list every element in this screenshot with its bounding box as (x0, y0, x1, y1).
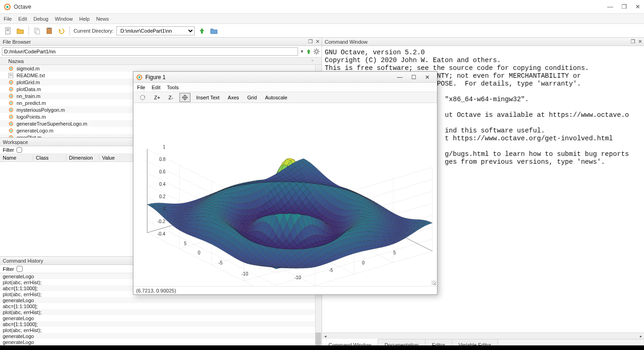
menu-debug[interactable]: Debug (34, 16, 48, 22)
figure-menu-file[interactable]: File (137, 85, 145, 90)
window-maximize-button[interactable]: ❐ (621, 3, 627, 10)
column-sort-icon[interactable]: ^ (311, 59, 313, 63)
new-script-button[interactable] (4, 26, 13, 35)
figure-titlebar[interactable]: Figure 1 — ☐ ✕ (133, 72, 437, 83)
workspace-filter-checkbox[interactable] (17, 147, 22, 153)
figure-menu-tools[interactable]: Tools (167, 85, 179, 90)
menu-help[interactable]: Help (79, 16, 90, 22)
svg-rect-6 (48, 28, 51, 29)
menu-window[interactable]: Window (55, 16, 73, 22)
svg-point-25 (11, 88, 12, 90)
gear-icon[interactable] (313, 48, 320, 55)
octave-file-icon (8, 114, 15, 120)
figure-toolbar: Z+ Z- Insert Text Axes Grid Autoscale (133, 92, 437, 103)
pan-button[interactable] (179, 93, 190, 102)
current-directory-select[interactable]: D:\mluvr\CodePart1\nn (116, 26, 195, 35)
paste-button[interactable] (45, 26, 54, 35)
history-entry[interactable]: generateLogo (0, 297, 322, 303)
file-row[interactable]: sigmoid.m (0, 65, 322, 72)
history-entry[interactable]: generateLogo (0, 333, 322, 339)
command-window-title: Command Window (325, 39, 368, 45)
app-titlebar: Octave — ❐ ✕ (0, 0, 644, 14)
panel-undock-button[interactable]: ❐ (631, 39, 635, 45)
history-entry[interactable]: abc=[1:1:1000]; (0, 303, 322, 309)
axes-button[interactable]: Axes (225, 93, 241, 102)
history-entry[interactable]: abc=[1:1:1000]; (0, 321, 322, 327)
undo-button[interactable] (57, 26, 66, 35)
history-filter-checkbox[interactable] (17, 266, 23, 272)
figure-maximize-button[interactable]: ☐ (407, 74, 420, 80)
col-dimension[interactable]: Dimension (66, 155, 99, 161)
file-name: README.txt (17, 73, 45, 78)
history-filter-label: Filter (3, 266, 14, 272)
scroll-left-icon[interactable]: ◂ (322, 333, 328, 339)
svg-point-35 (11, 123, 12, 124)
svg-line-14 (314, 53, 315, 54)
y-tick: -5 (329, 268, 333, 273)
file-browser-column-name[interactable]: Nazwa (8, 58, 24, 64)
figure-minimize-button[interactable]: — (393, 74, 407, 80)
grid-button[interactable]: Grid (245, 93, 259, 102)
figure-window[interactable]: Figure 1 — ☐ ✕ File Edit Tools Z+ Z- Ins… (133, 71, 437, 295)
panel-close-button[interactable]: ✕ (638, 39, 642, 45)
svg-point-37 (11, 130, 12, 131)
scroll-right-icon[interactable]: ▸ (638, 333, 644, 339)
browse-folder-button[interactable] (209, 26, 218, 35)
resize-grip[interactable] (431, 281, 436, 285)
command-window-hscrollbar[interactable]: ◂ ▸ (322, 333, 644, 339)
file-name: generateTrueSuperheroLogo.m (17, 121, 87, 126)
svg-point-27 (11, 95, 12, 97)
window-minimize-button[interactable]: — (607, 3, 613, 10)
zoom-out-button[interactable]: Z- (166, 93, 175, 102)
z-tick: 0.6 (159, 169, 166, 174)
history-entry[interactable]: plot(abc, errHist); (0, 327, 322, 333)
col-class[interactable]: Class (33, 155, 66, 161)
toolbar-separator (69, 26, 70, 35)
x-tick: -10 (242, 271, 248, 276)
current-directory-label: Current Directory: (74, 28, 114, 34)
folder-up-icon[interactable] (306, 49, 311, 54)
figure-canvas[interactable]: 1 0.8 0.6 0.4 0.2 0 -0.2 -0.4 5 0 -5 -10… (133, 103, 437, 286)
z-tick: -0.2 (157, 219, 165, 224)
panel-close-button[interactable]: ✕ (316, 39, 320, 45)
file-name: nn_predict.m (17, 100, 46, 106)
history-entry[interactable]: generateLogo (0, 315, 322, 321)
svg-line-13 (318, 53, 319, 54)
col-name[interactable]: Name (0, 155, 33, 161)
octave-file-icon (8, 100, 15, 106)
command-history-title: Command History (3, 258, 43, 264)
zoom-in-button[interactable]: Z+ (152, 93, 162, 102)
folder-up-button[interactable] (197, 26, 207, 35)
open-button[interactable] (16, 26, 25, 35)
insert-text-button[interactable]: Insert Text (194, 93, 222, 102)
history-entry[interactable]: generateLogo (0, 339, 322, 345)
z-tick: 0.4 (159, 182, 166, 187)
figure-close-button[interactable]: ✕ (420, 74, 434, 80)
history-entry[interactable]: plot(abc, errHist); (0, 309, 322, 315)
svg-line-15 (318, 49, 319, 50)
z-tick: -0.4 (157, 231, 165, 236)
figure-menu-edit[interactable]: Edit (152, 85, 161, 90)
file-name: mysteriousPolygon.m (17, 107, 65, 113)
x-tick: 5 (184, 241, 187, 246)
dropdown-icon[interactable]: ▼ (300, 49, 304, 54)
svg-point-23 (11, 81, 12, 83)
copy-button[interactable] (33, 26, 42, 35)
x-tick: -5 (218, 260, 223, 265)
menu-news[interactable]: News (96, 16, 109, 22)
octave-file-icon (8, 107, 15, 113)
octave-file-icon (8, 66, 15, 71)
octave-icon (136, 74, 143, 80)
window-close-button[interactable]: ✕ (635, 3, 640, 10)
file-browser-path-input[interactable] (2, 47, 298, 56)
app-title: Octave (14, 4, 607, 10)
z-tick: 0 (163, 207, 166, 212)
file-name: plotGrid.m (17, 80, 40, 85)
figure-menubar: File Edit Tools (133, 83, 437, 92)
menu-edit[interactable]: Edit (18, 16, 27, 22)
rotate-button[interactable] (137, 93, 148, 102)
panel-undock-button[interactable]: ❐ (308, 39, 313, 45)
menu-file[interactable]: File (4, 16, 12, 22)
octave-file-icon (8, 86, 15, 92)
autoscale-button[interactable]: Autoscale (263, 93, 289, 102)
